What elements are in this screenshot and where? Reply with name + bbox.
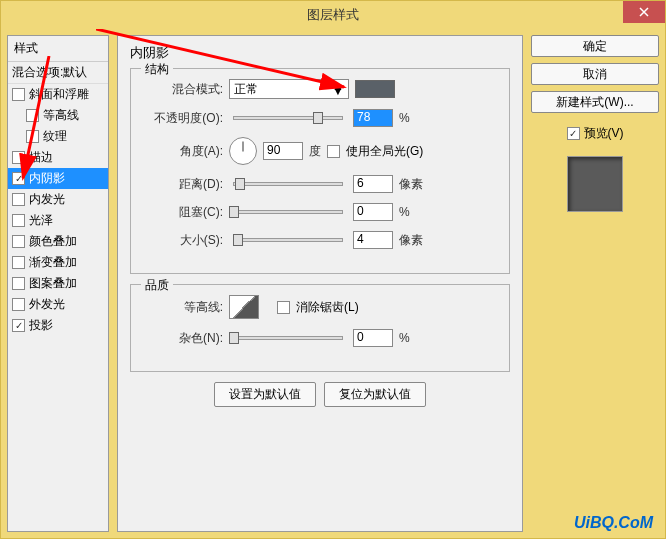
opacity-input[interactable]: 78 [353, 109, 393, 127]
global-light-label: 使用全局光(G) [346, 143, 423, 160]
style-item-11[interactable]: 投影 [8, 315, 108, 336]
styles-header: 样式 [8, 36, 108, 62]
style-checkbox[interactable] [12, 193, 25, 206]
new-style-button[interactable]: 新建样式(W)... [531, 91, 659, 113]
styles-panel: 样式 混合选项:默认 斜面和浮雕等高线纹理描边内阴影内发光光泽颜色叠加渐变叠加图… [7, 35, 109, 532]
style-item-7[interactable]: 颜色叠加 [8, 231, 108, 252]
distance-input[interactable]: 6 [353, 175, 393, 193]
angle-dial[interactable] [229, 137, 257, 165]
style-checkbox[interactable] [12, 214, 25, 227]
style-label: 内阴影 [29, 170, 65, 187]
size-label: 大小(S): [143, 232, 223, 249]
opacity-unit: % [399, 111, 410, 125]
noise-unit: % [399, 331, 410, 345]
opacity-slider[interactable] [233, 116, 343, 120]
style-item-10[interactable]: 外发光 [8, 294, 108, 315]
style-label: 图案叠加 [29, 275, 77, 292]
choke-input[interactable]: 0 [353, 203, 393, 221]
dialog-title: 图层样式 [307, 6, 359, 24]
style-label: 等高线 [43, 107, 79, 124]
distance-label: 距离(D): [143, 176, 223, 193]
style-label: 投影 [29, 317, 53, 334]
set-default-button[interactable]: 设置为默认值 [214, 382, 316, 407]
default-buttons: 设置为默认值 复位为默认值 [130, 382, 510, 407]
style-checkbox[interactable] [12, 298, 25, 311]
distance-row: 距离(D): 6 像素 [143, 175, 497, 193]
choke-label: 阻塞(C): [143, 204, 223, 221]
style-label: 颜色叠加 [29, 233, 77, 250]
choke-unit: % [399, 205, 410, 219]
style-item-1[interactable]: 等高线 [8, 105, 108, 126]
style-item-5[interactable]: 内发光 [8, 189, 108, 210]
style-checkbox[interactable] [12, 277, 25, 290]
style-checkbox[interactable] [12, 235, 25, 248]
blend-mode-value: 正常 [234, 81, 258, 98]
style-checkbox[interactable] [12, 172, 25, 185]
style-item-8[interactable]: 渐变叠加 [8, 252, 108, 273]
noise-slider[interactable] [233, 336, 343, 340]
select-arrows-icon: ▲▼ [332, 84, 344, 94]
style-item-9[interactable]: 图案叠加 [8, 273, 108, 294]
preview-thumbnail [567, 156, 623, 212]
cancel-button[interactable]: 取消 [531, 63, 659, 85]
style-checkbox[interactable] [12, 256, 25, 269]
choke-slider[interactable] [233, 210, 343, 214]
antialias-checkbox[interactable] [277, 301, 290, 314]
contour-row: 等高线: 消除锯齿(L) [143, 295, 497, 319]
noise-label: 杂色(N): [143, 330, 223, 347]
dialog-content: 样式 混合选项:默认 斜面和浮雕等高线纹理描边内阴影内发光光泽颜色叠加渐变叠加图… [1, 29, 665, 538]
blend-mode-label: 混合模式: [143, 81, 223, 98]
style-item-6[interactable]: 光泽 [8, 210, 108, 231]
opacity-row: 不透明度(O): 78 % [143, 109, 497, 127]
noise-input[interactable]: 0 [353, 329, 393, 347]
section-title: 内阴影 [130, 44, 510, 62]
reset-default-button[interactable]: 复位为默认值 [324, 382, 426, 407]
global-light-checkbox[interactable] [327, 145, 340, 158]
settings-panel: 内阴影 结构 混合模式: 正常 ▲▼ 不透明度(O): 78 % [117, 35, 523, 532]
style-item-3[interactable]: 描边 [8, 147, 108, 168]
style-checkbox[interactable] [26, 130, 39, 143]
contour-label: 等高线: [143, 299, 223, 316]
preview-checkbox[interactable] [567, 127, 580, 140]
size-slider[interactable] [233, 238, 343, 242]
watermark: UiBQ.CoM [574, 514, 653, 532]
size-input[interactable]: 4 [353, 231, 393, 249]
opacity-label: 不透明度(O): [143, 110, 223, 127]
action-panel: 确定 取消 新建样式(W)... 预览(V) [531, 35, 659, 532]
distance-slider[interactable] [233, 182, 343, 186]
style-label: 纹理 [43, 128, 67, 145]
close-button[interactable] [623, 1, 665, 23]
ok-button[interactable]: 确定 [531, 35, 659, 57]
style-label: 外发光 [29, 296, 65, 313]
style-label: 描边 [29, 149, 53, 166]
antialias-label: 消除锯齿(L) [296, 299, 359, 316]
style-checkbox[interactable] [26, 109, 39, 122]
quality-fieldset: 品质 等高线: 消除锯齿(L) 杂色(N): 0 % [130, 284, 510, 372]
quality-legend: 品质 [141, 277, 173, 294]
angle-input[interactable]: 90 [263, 142, 303, 160]
size-unit: 像素 [399, 232, 423, 249]
style-checkbox[interactable] [12, 151, 25, 164]
blend-options-row[interactable]: 混合选项:默认 [8, 62, 108, 84]
titlebar: 图层样式 [1, 1, 665, 29]
angle-unit: 度 [309, 143, 321, 160]
contour-picker[interactable] [229, 295, 259, 319]
style-label: 光泽 [29, 212, 53, 229]
shadow-color-swatch[interactable] [355, 80, 395, 98]
angle-row: 角度(A): 90 度 使用全局光(G) [143, 137, 497, 165]
preview-row: 预览(V) [531, 125, 659, 142]
style-item-4[interactable]: 内阴影 [8, 168, 108, 189]
style-checkbox[interactable] [12, 319, 25, 332]
style-checkbox[interactable] [12, 88, 25, 101]
blend-mode-select[interactable]: 正常 ▲▼ [229, 79, 349, 99]
noise-row: 杂色(N): 0 % [143, 329, 497, 347]
style-item-2[interactable]: 纹理 [8, 126, 108, 147]
structure-fieldset: 结构 混合模式: 正常 ▲▼ 不透明度(O): 78 % 角度(A) [130, 68, 510, 274]
style-list: 斜面和浮雕等高线纹理描边内阴影内发光光泽颜色叠加渐变叠加图案叠加外发光投影 [8, 84, 108, 336]
angle-label: 角度(A): [143, 143, 223, 160]
style-label: 内发光 [29, 191, 65, 208]
style-item-0[interactable]: 斜面和浮雕 [8, 84, 108, 105]
layer-style-dialog: 图层样式 样式 混合选项:默认 斜面和浮雕等高线纹理描边内阴影内发光光泽颜色叠加… [0, 0, 666, 539]
distance-unit: 像素 [399, 176, 423, 193]
close-icon [639, 7, 649, 17]
